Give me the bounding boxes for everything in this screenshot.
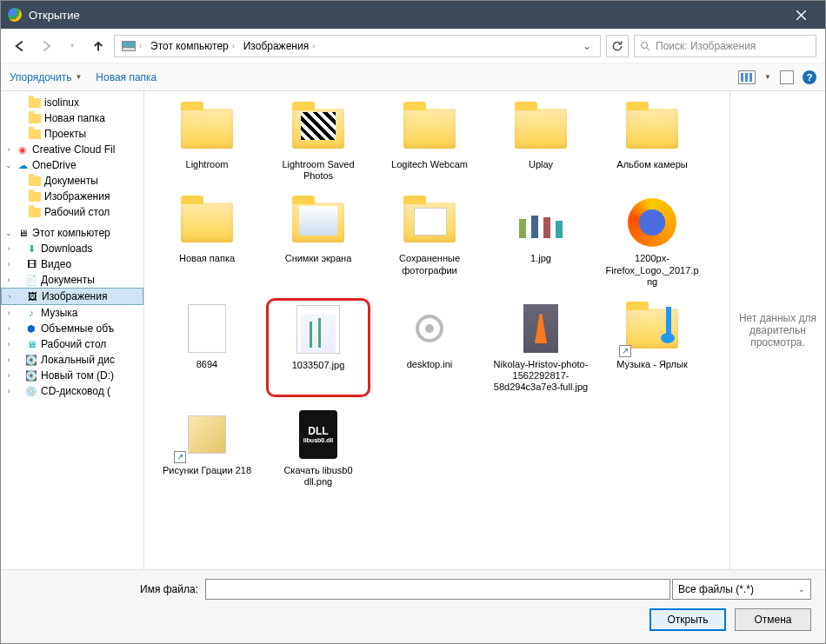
file-1jpg[interactable]: 1.jpg <box>489 192 593 291</box>
tree-isolinux[interactable]: isolinux <box>1 95 143 110</box>
search-input[interactable]: Поиск: Изображения <box>634 35 816 57</box>
svg-point-5 <box>425 324 434 333</box>
svg-point-2 <box>642 42 648 48</box>
file-grid[interactable]: Lightroom Lightroom Saved Photos Logitec… <box>144 91 729 569</box>
music-icon: ♪ <box>25 307 37 319</box>
breadcrumb-thispc[interactable]: Этот компьютер› <box>147 40 238 52</box>
pc-icon <box>122 41 136 51</box>
tree-newvol[interactable]: ›💽Новый том (D:) <box>1 368 143 383</box>
filename-label: Имя файла: <box>140 583 198 595</box>
folder-icon <box>29 176 41 186</box>
tree-downloads[interactable]: ›⬇Downloads <box>1 241 143 256</box>
gear-icon <box>409 308 450 349</box>
file-8694[interactable]: 8694 <box>155 298 259 397</box>
refresh-button[interactable] <box>606 35 629 57</box>
back-button[interactable] <box>10 36 30 56</box>
search-icon <box>640 41 650 51</box>
recent-button[interactable]: ▾ <box>62 36 83 56</box>
shortcut-icon: ↗ <box>619 345 631 357</box>
folder-lightroom[interactable]: Lightroom <box>155 98 259 185</box>
folder-icon <box>29 98 41 108</box>
svg-line-3 <box>647 48 649 50</box>
forward-button[interactable] <box>36 36 57 56</box>
dialog-body: isolinux Новая папка Проекты ›◉Creative … <box>1 91 825 569</box>
chrome-icon <box>8 8 22 22</box>
up-button[interactable] <box>88 36 109 56</box>
dialog-footer: Имя файла: ⌄ Все файлы (*.*)⌄ Открыть От… <box>1 569 825 643</box>
new-folder-button[interactable]: Новая папка <box>96 71 157 83</box>
refresh-icon <box>611 40 623 52</box>
tree-onedrive[interactable]: ⌄☁OneDrive <box>1 157 143 173</box>
tree-video[interactable]: ›🎞Видео <box>1 256 143 272</box>
file-firefox[interactable]: 1200px-Firefox_Logo,_2017.png <box>600 192 704 291</box>
preview-empty-text: Нет данных для дварительн просмотра. <box>737 312 818 349</box>
preview-pane-button[interactable] <box>780 70 794 84</box>
path-dropdown[interactable]: ⌄ <box>577 40 596 52</box>
tree-od-images[interactable]: Изображения <box>1 189 143 204</box>
cd-icon: 💿 <box>25 385 37 397</box>
desktop-icon: 🖥 <box>25 338 37 350</box>
file-desktopini[interactable]: desktop.ini <box>377 298 482 397</box>
tree-docs[interactable]: ›📄Документы <box>1 272 143 288</box>
tree-newfolder[interactable]: Новая папка <box>1 110 143 126</box>
creative-cloud-icon: ◉ <box>17 143 29 156</box>
onedrive-icon: ☁ <box>17 159 29 171</box>
tree-3dobjects[interactable]: ›⬢Объемные объ <box>1 321 143 336</box>
view-mode-button[interactable] <box>738 70 756 84</box>
pictures-icon: 🖼 <box>26 290 38 302</box>
folder-icon <box>29 192 41 202</box>
tree-cddrive[interactable]: ›💿CD-дисковод ( <box>1 383 143 399</box>
help-button[interactable]: ? <box>803 70 816 84</box>
folder-lrsaved[interactable]: Lightroom Saved Photos <box>266 98 370 185</box>
folder-screenshots[interactable]: Снимки экрана <box>266 192 370 291</box>
shortcut-icon: ↗ <box>174 451 186 463</box>
tree-localdisk[interactable]: ›💽Локальный дис <box>1 352 143 368</box>
disk-icon: 💽 <box>25 369 37 382</box>
breadcrumb[interactable]: › Этот компьютер› Изображения› ⌄ <box>114 35 601 57</box>
file-1033507[interactable]: 1033507.jpg <box>266 298 370 397</box>
close-button[interactable] <box>783 1 818 29</box>
folder-tree[interactable]: isolinux Новая папка Проекты ›◉Creative … <box>1 91 144 569</box>
tree-projects[interactable]: Проекты <box>1 126 143 142</box>
tree-thispc[interactable]: ⌄🖥Этот компьютер <box>1 225 143 241</box>
titlebar: Открытие <box>1 1 825 29</box>
tree-od-docs[interactable]: Документы <box>1 173 143 189</box>
cancel-button[interactable]: Отмена <box>735 608 811 631</box>
3d-icon: ⬢ <box>25 322 37 335</box>
tree-od-desktop[interactable]: Рабочий стол <box>1 204 143 220</box>
folder-logitech[interactable]: Logitech Webcam <box>377 98 482 185</box>
folder-newfolder[interactable]: Новая папка <box>155 192 259 291</box>
folder-icon <box>29 208 41 217</box>
downloads-icon: ⬇ <box>25 242 37 255</box>
documents-icon: 📄 <box>25 274 37 286</box>
filename-input[interactable] <box>205 579 670 600</box>
video-icon: 🎞 <box>25 258 37 270</box>
tree-ccfiles[interactable]: ›◉Creative Cloud Fil <box>1 142 143 157</box>
folder-icon <box>29 129 41 139</box>
breadcrumb-root[interactable]: › <box>118 41 145 51</box>
toolbar: Упорядочить▼ Новая папка ▼ ? <box>1 63 825 91</box>
pc-icon: 🖥 <box>17 227 29 239</box>
open-button[interactable]: Открыть <box>649 608 726 631</box>
disk-icon: 💽 <box>25 354 37 366</box>
preview-pane: Нет данных для дварительн просмотра. <box>729 91 825 569</box>
breadcrumb-current[interactable]: Изображения› <box>240 40 318 52</box>
tree-images[interactable]: ›🖼Изображения <box>1 288 143 305</box>
arrow-up-icon <box>92 40 104 52</box>
file-nikolay[interactable]: Nikolay-Hristov-photo-1562292817-58d294c… <box>489 298 593 397</box>
shortcut-music[interactable]: ↗Музыка - Ярлык <box>600 298 704 397</box>
organize-button[interactable]: Упорядочить▼ <box>10 71 82 83</box>
folder-uplay[interactable]: Uplay <box>489 98 593 185</box>
arrow-left-icon <box>14 40 26 52</box>
search-placeholder: Поиск: Изображения <box>656 40 756 52</box>
tree-music[interactable]: ›♪Музыка <box>1 305 143 321</box>
arrow-right-icon <box>40 40 52 52</box>
shortcut-gratsia[interactable]: ↗Рисунки Грации 218 <box>155 404 259 491</box>
file-libusb[interactable]: DLLlibusb0.dllСкачать libusb0 dll.png <box>266 404 370 491</box>
file-type-filter[interactable]: Все файлы (*.*)⌄ <box>672 579 811 600</box>
tree-desktop[interactable]: ›🖥Рабочий стол <box>1 336 143 352</box>
folder-savedphotos[interactable]: Сохраненные фотографии <box>377 192 482 291</box>
close-icon <box>796 10 806 20</box>
open-dialog: Открытие ▾ › Этот компьютер› Изображения… <box>0 0 826 644</box>
folder-camera[interactable]: Альбом камеры <box>600 98 704 185</box>
